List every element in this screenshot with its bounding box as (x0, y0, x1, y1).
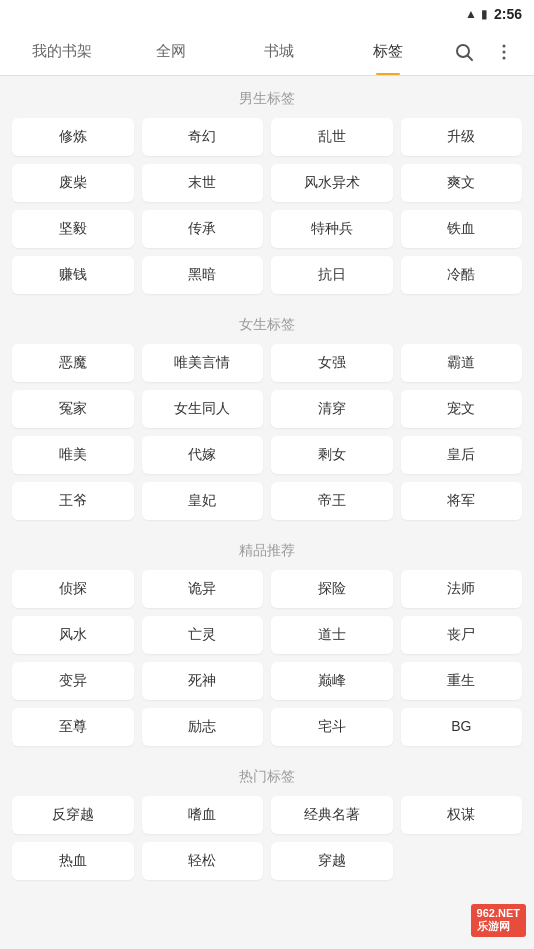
nav-tabs: 我的书架 全网 书城 标签 (8, 28, 442, 75)
section-title-recommended-tags: 精品推荐 (0, 528, 534, 570)
tag-item[interactable]: 奇幻 (142, 118, 264, 156)
section-recommended-tags: 精品推荐侦探诡异探险法师风水亡灵道士丧尸变异死神巅峰重生至尊励志宅斗BG (0, 528, 534, 746)
tag-item[interactable]: 冤家 (12, 390, 134, 428)
tag-item[interactable]: 风水异术 (271, 164, 393, 202)
svg-point-3 (503, 50, 506, 53)
tag-item[interactable]: 诡异 (142, 570, 264, 608)
tag-item[interactable]: 帝王 (271, 482, 393, 520)
tag-item[interactable]: 唯美 (12, 436, 134, 474)
tag-item[interactable]: 经典名著 (271, 796, 393, 834)
tag-item[interactable]: 修炼 (12, 118, 134, 156)
wifi-icon: ▲ (465, 7, 477, 21)
tab-store[interactable]: 书城 (225, 28, 334, 75)
tag-grid-recommended-tags: 侦探诡异探险法师风水亡灵道士丧尸变异死神巅峰重生至尊励志宅斗BG (0, 570, 534, 746)
tag-item[interactable]: 皇后 (401, 436, 523, 474)
tag-item[interactable]: 权谋 (401, 796, 523, 834)
tag-item[interactable]: 女强 (271, 344, 393, 382)
content: 男生标签修炼奇幻乱世升级废柴末世风水异术爽文坚毅传承特种兵铁血赚钱黑暗抗日冷酷女… (0, 76, 534, 908)
tag-item[interactable]: 末世 (142, 164, 264, 202)
status-time: 2:56 (494, 6, 522, 22)
tag-item[interactable]: 唯美言情 (142, 344, 264, 382)
section-title-hot-tags: 热门标签 (0, 754, 534, 796)
tag-item[interactable]: 风水 (12, 616, 134, 654)
tag-item[interactable]: 亡灵 (142, 616, 264, 654)
tag-item[interactable]: 至尊 (12, 708, 134, 746)
tag-item[interactable]: 恶魔 (12, 344, 134, 382)
search-icon (454, 42, 474, 62)
tag-item[interactable]: 爽文 (401, 164, 523, 202)
tag-item[interactable]: 铁血 (401, 210, 523, 248)
nav-bar: 我的书架 全网 书城 标签 (0, 28, 534, 76)
tag-item[interactable]: 霸道 (401, 344, 523, 382)
tag-grid-hot-tags: 反穿越嗜血经典名著权谋热血轻松穿越 (0, 796, 534, 880)
tag-item[interactable]: 宅斗 (271, 708, 393, 746)
tag-item[interactable]: 丧尸 (401, 616, 523, 654)
section-hot-tags: 热门标签反穿越嗜血经典名著权谋热血轻松穿越 (0, 754, 534, 880)
tag-item[interactable]: 传承 (142, 210, 264, 248)
tag-item[interactable]: 乱世 (271, 118, 393, 156)
section-male-tags: 男生标签修炼奇幻乱世升级废柴末世风水异术爽文坚毅传承特种兵铁血赚钱黑暗抗日冷酷 (0, 76, 534, 294)
tag-item[interactable]: 冷酷 (401, 256, 523, 294)
tag-item[interactable]: 清穿 (271, 390, 393, 428)
tag-item[interactable]: 热血 (12, 842, 134, 880)
tag-item[interactable]: 皇妃 (142, 482, 264, 520)
tag-item[interactable]: 励志 (142, 708, 264, 746)
tag-item[interactable]: BG (401, 708, 523, 746)
tag-grid-female-tags: 恶魔唯美言情女强霸道冤家女生同人清穿宠文唯美代嫁剩女皇后王爷皇妃帝王将军 (0, 344, 534, 520)
battery-icon: ▮ (481, 7, 488, 21)
tag-item[interactable]: 代嫁 (142, 436, 264, 474)
tag-item[interactable]: 重生 (401, 662, 523, 700)
tag-item[interactable]: 将军 (401, 482, 523, 520)
svg-point-4 (503, 56, 506, 59)
tag-item[interactable]: 特种兵 (271, 210, 393, 248)
more-icon (494, 42, 514, 62)
tag-item[interactable]: 变异 (12, 662, 134, 700)
tag-item[interactable]: 轻松 (142, 842, 264, 880)
tag-item[interactable]: 反穿越 (12, 796, 134, 834)
tag-grid-male-tags: 修炼奇幻乱世升级废柴末世风水异术爽文坚毅传承特种兵铁血赚钱黑暗抗日冷酷 (0, 118, 534, 294)
tag-item[interactable]: 王爷 (12, 482, 134, 520)
section-title-female-tags: 女生标签 (0, 302, 534, 344)
status-bar: ▲ ▮ 2:56 (0, 0, 534, 28)
tag-item[interactable]: 升级 (401, 118, 523, 156)
tab-shelf[interactable]: 我的书架 (8, 28, 117, 75)
tag-item[interactable]: 废柴 (12, 164, 134, 202)
section-title-male-tags: 男生标签 (0, 76, 534, 118)
tag-item[interactable]: 剩女 (271, 436, 393, 474)
nav-actions (442, 28, 526, 75)
tag-item[interactable]: 法师 (401, 570, 523, 608)
tag-item[interactable]: 死神 (142, 662, 264, 700)
watermark: 962.NET乐游网 (471, 904, 526, 937)
svg-line-1 (468, 55, 473, 60)
tag-item[interactable]: 道士 (271, 616, 393, 654)
tag-item[interactable]: 抗日 (271, 256, 393, 294)
tag-item[interactable]: 女生同人 (142, 390, 264, 428)
tab-all[interactable]: 全网 (117, 28, 226, 75)
tag-item[interactable]: 巅峰 (271, 662, 393, 700)
tag-item[interactable]: 探险 (271, 570, 393, 608)
more-button[interactable] (486, 34, 522, 70)
tag-item[interactable]: 赚钱 (12, 256, 134, 294)
search-button[interactable] (446, 34, 482, 70)
tag-item[interactable]: 侦探 (12, 570, 134, 608)
tag-item[interactable]: 黑暗 (142, 256, 264, 294)
status-icons: ▲ ▮ (465, 7, 488, 21)
svg-point-2 (503, 44, 506, 47)
tag-item[interactable]: 宠文 (401, 390, 523, 428)
section-female-tags: 女生标签恶魔唯美言情女强霸道冤家女生同人清穿宠文唯美代嫁剩女皇后王爷皇妃帝王将军 (0, 302, 534, 520)
tag-item[interactable]: 坚毅 (12, 210, 134, 248)
tag-item[interactable]: 嗜血 (142, 796, 264, 834)
tag-item[interactable]: 穿越 (271, 842, 393, 880)
tab-tags[interactable]: 标签 (334, 28, 443, 75)
